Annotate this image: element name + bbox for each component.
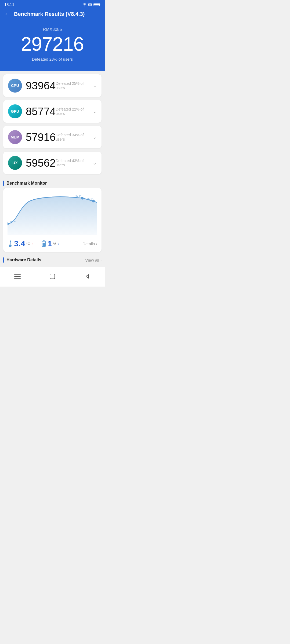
back-button[interactable]: ← — [4, 10, 10, 17]
monitor-footer: 3.4 °C ↑ 1 % ↓ Details › — [8, 239, 97, 248]
hardware-details-section: Hardware Details View all › — [0, 255, 105, 267]
battery-value: 1 — [48, 239, 52, 248]
svg-rect-12 — [43, 243, 45, 246]
battery-unit: % — [53, 242, 56, 246]
svg-rect-14 — [14, 276, 21, 277]
status-bar: 18:11 — [0, 0, 105, 8]
section-bar-hardware — [3, 257, 4, 263]
wifi-icon — [82, 3, 87, 6]
chart-label-end: 35.5° — [87, 197, 93, 200]
ux-defeated: Defeated 43% of users — [56, 159, 90, 167]
total-score: 297216 — [0, 34, 105, 55]
battery-arrow-icon: ↓ — [57, 241, 59, 246]
cpu-badge: CPU — [8, 79, 22, 93]
bottom-navigation — [0, 267, 105, 287]
benchmark-monitor-card: 32.7° 36.1° 35.5° 3.4 °C ↑ 1 % — [3, 188, 102, 252]
gpu-card[interactable]: GPU 85774 Defeated 22% of users ⌄ — [3, 100, 102, 123]
cpu-defeated: Defeated 25% of users — [56, 81, 90, 90]
cpu-card[interactable]: CPU 93964 Defeated 25% of users ⌄ — [3, 74, 102, 97]
chart-label-start: 32.7° — [9, 221, 16, 224]
nav-home-button[interactable] — [46, 270, 58, 282]
chart-dot-peak — [81, 197, 84, 200]
gpu-badge: GPU — [8, 104, 22, 118]
thermometer-icon — [8, 240, 13, 247]
nav-back-button[interactable] — [81, 270, 93, 282]
status-time: 18:11 — [4, 2, 15, 7]
mem-badge: MEM — [8, 130, 22, 144]
mem-card[interactable]: MEM 57916 Defeated 34% of users ⌄ — [3, 126, 102, 148]
status-icons — [82, 3, 100, 6]
chart-fill — [8, 197, 97, 235]
chart-label-peak: 36.1° — [75, 194, 81, 198]
gpu-score: 85774 — [26, 106, 56, 117]
temp-indicator: 3.4 °C ↑ — [8, 239, 33, 248]
svg-rect-15 — [14, 278, 21, 279]
gpu-expand-icon[interactable]: ⌄ — [93, 108, 97, 114]
mem-expand-icon[interactable]: ⌄ — [93, 134, 97, 140]
page-title: Benchmark Results (V8.4.3) — [14, 11, 85, 17]
signal-x-icon — [88, 3, 92, 6]
battery-small-icon — [41, 240, 46, 247]
hardware-details-label: Hardware Details — [3, 257, 41, 263]
hero-section: RMX3085 297216 Defeated 23% of users — [0, 22, 105, 71]
cpu-score: 93964 — [26, 80, 56, 91]
svg-rect-6 — [100, 4, 100, 5]
svg-marker-17 — [86, 275, 89, 278]
device-name: RMX3085 — [0, 27, 105, 32]
benchmark-monitor-label: Benchmark Monitor — [0, 177, 105, 188]
svg-rect-16 — [50, 274, 55, 279]
chart-svg: 32.7° 36.1° 35.5° — [8, 192, 97, 235]
battery-indicator: 1 % ↓ — [41, 239, 59, 248]
back-triangle-icon — [84, 273, 90, 279]
svg-rect-5 — [94, 4, 99, 5]
ux-score: 59562 — [26, 158, 56, 168]
ux-badge: UX — [8, 156, 22, 170]
square-icon — [49, 273, 55, 279]
view-all-chevron-icon: › — [100, 258, 102, 262]
details-chevron-icon: › — [96, 241, 97, 246]
temp-arrow-icon: ↑ — [31, 241, 33, 246]
gpu-defeated: Defeated 22% of users — [56, 107, 90, 116]
ux-expand-icon[interactable]: ⌄ — [93, 160, 97, 166]
score-cards-section: CPU 93964 Defeated 25% of users ⌄ GPU 85… — [0, 71, 105, 174]
view-all-button[interactable]: View all › — [85, 258, 102, 262]
ux-card[interactable]: UX 59562 Defeated 43% of users ⌄ — [3, 152, 102, 174]
mem-score: 57916 — [26, 132, 56, 142]
mem-defeated: Defeated 34% of users — [56, 133, 90, 141]
hamburger-icon — [14, 274, 21, 279]
section-bar-monitor — [3, 181, 4, 186]
svg-rect-13 — [14, 274, 21, 275]
svg-rect-3 — [92, 4, 92, 5]
app-header: ← Benchmark Results (V8.4.3) — [0, 8, 105, 22]
svg-rect-9 — [10, 242, 10, 245]
details-button[interactable]: Details › — [82, 241, 97, 246]
temperature-chart: 32.7° 36.1° 35.5° — [8, 192, 97, 235]
cpu-expand-icon[interactable]: ⌄ — [93, 83, 97, 89]
temp-unit: °C — [26, 242, 30, 246]
nav-menu-button[interactable] — [12, 270, 23, 282]
temp-value: 3.4 — [14, 239, 25, 248]
battery-icon — [93, 3, 100, 6]
hero-defeated-text: Defeated 23% of users — [0, 57, 105, 61]
